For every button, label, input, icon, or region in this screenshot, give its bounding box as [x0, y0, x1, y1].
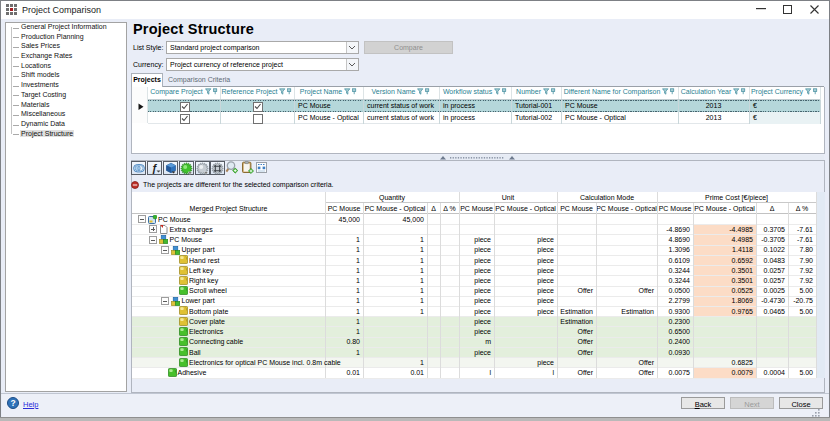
svg-text:?: ? — [10, 398, 15, 408]
